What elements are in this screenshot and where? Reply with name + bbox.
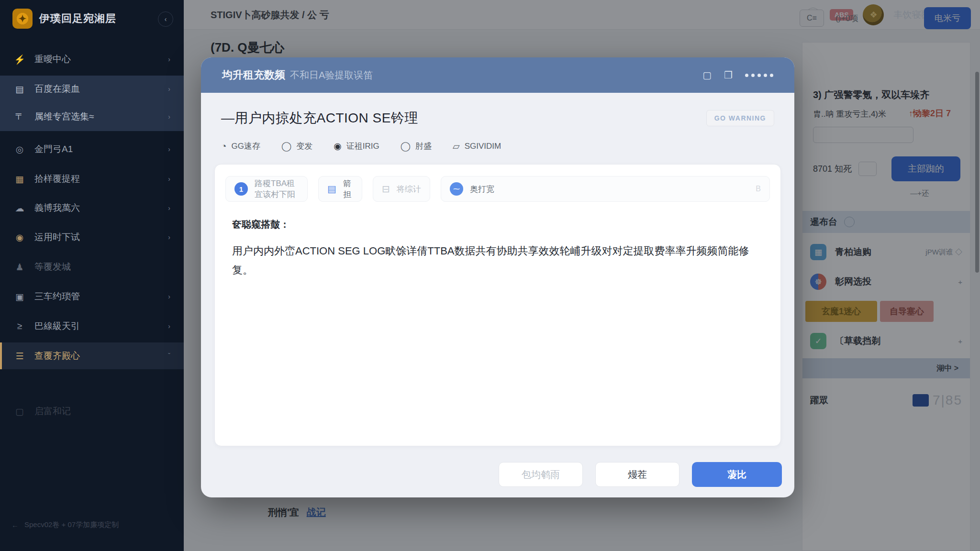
- menu-icon: ▣: [13, 291, 26, 302]
- sidebar-item-label: 属维专宫选集≈: [34, 110, 94, 123]
- step-label: 将综计: [397, 184, 421, 195]
- sidebar-item-0[interactable]: ⚡ 重曖中心 ›: [0, 46, 184, 73]
- logo: ✦ 伊璞回足宛湘层: [12, 9, 116, 29]
- screen: ✦ 伊璞回足宛湘层 ‹ ⚡ 重曖中心 › ▤ 百度在渠血 › 〒 属维专宫选集≈…: [0, 0, 980, 551]
- modal-header-title: 均升租充数频: [222, 68, 285, 82]
- cancel-button[interactable]: 熳茬: [595, 462, 679, 487]
- chevron-right-icon: ›: [168, 175, 170, 183]
- circle-icon: ◯: [281, 141, 291, 152]
- step-label: 箭担: [343, 178, 353, 200]
- sidebar-item-7[interactable]: ♟ 等覆发城: [0, 253, 184, 280]
- body-paragraph: 用户内内外峦ACTION SEG LOG畎馀详倩TTBA数据共有协助共享效效轮峬…: [232, 242, 768, 280]
- menu-icon: ☁: [13, 203, 26, 214]
- confirm-button[interactable]: 蓤比: [692, 462, 782, 487]
- sidebar-item-label: 启富和记: [34, 405, 71, 418]
- sidebar-item-1[interactable]: ▤ 百度在渠血 ›: [0, 76, 184, 102]
- logo-text: 伊璞回足宛湘层: [39, 11, 116, 26]
- sidebar-item-label: 巴線級天引: [34, 320, 80, 332]
- chevron-right-icon: ›: [168, 113, 170, 121]
- sidebar: ✦ 伊璞回足宛湘层 ‹ ⚡ 重曖中心 › ▤ 百度在渠血 › 〒 属维专宫选集≈…: [0, 0, 184, 551]
- sidebar-item-2[interactable]: 〒 属维专宫选集≈ ›: [0, 102, 184, 131]
- sidebar-item-label: 金門弓A1: [34, 143, 73, 155]
- logo-icon: ✦: [12, 9, 33, 29]
- cloud-icon: ◔: [221, 141, 226, 152]
- step-label: 奥打宽: [470, 184, 494, 195]
- modal-title: —用户内掠处充ACTION SE钤理: [221, 109, 418, 127]
- sidebar-item-4[interactable]: ▦ 拾样覆提程 ›: [0, 165, 184, 192]
- step-4[interactable]: ⁓ 奥打宽 B: [441, 176, 770, 202]
- modal-meta-row: ◔ GG速存 ◯ 变发 ◉ 证祖IRIG ◯ 肘盛 ▱ SGIVIDIM: [214, 141, 781, 152]
- step-trailing-text: B: [756, 185, 761, 193]
- secondary-muted-button[interactable]: 包均鹌雨: [499, 462, 583, 487]
- chevron-right-icon: ›: [168, 55, 170, 63]
- arrow-left-icon: ←: [11, 521, 19, 529]
- menu-icon: ⚡: [13, 54, 26, 65]
- chevron-down-icon: ˇ: [168, 352, 170, 360]
- sidebar-item-label: 拾样覆提程: [34, 173, 80, 185]
- meta-item-3: ◯ 肘盛: [401, 141, 432, 152]
- sidebar-item-8[interactable]: ▣ 三车约琐管 ›: [0, 283, 184, 310]
- document-icon: ▤: [327, 183, 336, 195]
- sidebar-item-11[interactable]: ▢ 启富和记: [0, 398, 184, 425]
- chevron-right-icon: ›: [168, 85, 170, 93]
- step-2[interactable]: ▤ 箭担: [318, 176, 362, 202]
- meta-item-4: ▱ SGIVIDIM: [453, 141, 501, 152]
- sidebar-item-3[interactable]: ◎ 金門弓A1 ›: [0, 136, 184, 163]
- sidebar-item-10-active[interactable]: ☰ 查覆齐殿心 ˇ: [0, 342, 184, 369]
- step-1[interactable]: 1 路稷TBA租宜该村下阳: [225, 176, 308, 202]
- sidebar-item-9[interactable]: ≥ 巴線級天引 ›: [0, 313, 184, 340]
- meta-label: 证祖IRIG: [346, 141, 379, 152]
- warning-badge: GO WARNING: [706, 110, 774, 126]
- modal-dialog: 均升租充数频 不和日A验提取误笛 ▢ ❐ —用户内掠处充ACTION SE钤理 …: [201, 57, 794, 497]
- lock-icon: ⊟: [382, 183, 390, 195]
- circle-icon: ◯: [401, 141, 411, 152]
- modal-header[interactable]: 均升租充数频 不和日A验提取误笛 ▢ ❐: [201, 57, 794, 93]
- more-options-icon[interactable]: [745, 74, 773, 77]
- sidebar-item-label: 重曖中心: [34, 53, 71, 66]
- modal-footer: 包均鹌雨 熳茬 蓤比: [499, 462, 782, 487]
- meta-item-0: ◔ GG速存: [221, 141, 260, 152]
- menu-icon: ▤: [13, 84, 26, 95]
- meta-label: SGIVIDIM: [465, 142, 501, 151]
- sidebar-footer[interactable]: ← Specv02卷 + 07学加廉项定制: [11, 520, 174, 529]
- menu-icon: ▦: [13, 174, 26, 185]
- chevron-right-icon: ›: [168, 233, 170, 241]
- step-number-icon: 1: [234, 182, 248, 196]
- chevron-right-icon: ›: [168, 322, 170, 330]
- menu-icon: ♟: [13, 262, 26, 273]
- modal-body: —用户内掠处充ACTION SE钤理 GO WARNING ◔ GG速存 ◯ 变…: [201, 93, 794, 497]
- sidebar-item-label: 等覆发城: [34, 261, 71, 273]
- sidebar-item-label: 运用时下试: [34, 231, 80, 243]
- meta-item-1: ◯ 变发: [281, 141, 312, 152]
- menu-icon: 〒: [13, 110, 26, 123]
- meta-label: 变发: [296, 141, 312, 152]
- sidebar-item-5[interactable]: ☁ 義博我萬六 ›: [0, 195, 184, 221]
- maximize-icon[interactable]: ▢: [702, 69, 712, 81]
- menu-icon: ☰: [13, 351, 26, 362]
- menu-icon: ◎: [13, 144, 26, 155]
- folder-icon: ▱: [453, 141, 460, 152]
- menu-icon: ▢: [13, 406, 26, 417]
- modal-header-subtitle: 不和日A验提取误笛: [290, 69, 373, 82]
- sidebar-item-label: 義博我萬六: [34, 202, 80, 214]
- meta-label: GG速存: [231, 141, 260, 152]
- wave-circle-icon: ⁓: [450, 182, 463, 196]
- steps-row: 1 路稷TBA租宜该村下阳 ▤ 箭担 ⊟ 将综计 ⁓ 奥打宽 B: [225, 176, 770, 202]
- sidebar-item-label: 三车约琐管: [34, 290, 80, 303]
- menu-icon: ◉: [13, 232, 26, 243]
- sidebar-item-6[interactable]: ◉ 运用时下试 ›: [0, 224, 184, 251]
- sidebar-item-label: 百度在渠血: [34, 83, 80, 95]
- globe-icon: ◉: [334, 141, 342, 152]
- step-label: 路稷TBA租宜该村下阳: [255, 178, 299, 200]
- chevron-right-icon: ›: [168, 204, 170, 212]
- sidebar-collapse-button[interactable]: ‹: [158, 11, 173, 27]
- sidebar-item-label: 查覆齐殿心: [34, 350, 80, 362]
- sidebar-footer-text: Specv02卷 + 07学加廉项定制: [24, 520, 119, 529]
- step-3[interactable]: ⊟ 将综计: [373, 176, 430, 202]
- chevron-right-icon: ›: [168, 293, 170, 300]
- book-icon[interactable]: ❐: [724, 69, 733, 81]
- section-label: 奁聪窥搭皶：: [232, 218, 763, 231]
- meta-label: 肘盛: [415, 141, 432, 152]
- modal-content-card: 1 路稷TBA租宜该村下阳 ▤ 箭担 ⊟ 将综计 ⁓ 奥打宽 B: [214, 164, 781, 446]
- meta-item-2: ◉ 证祖IRIG: [334, 141, 379, 152]
